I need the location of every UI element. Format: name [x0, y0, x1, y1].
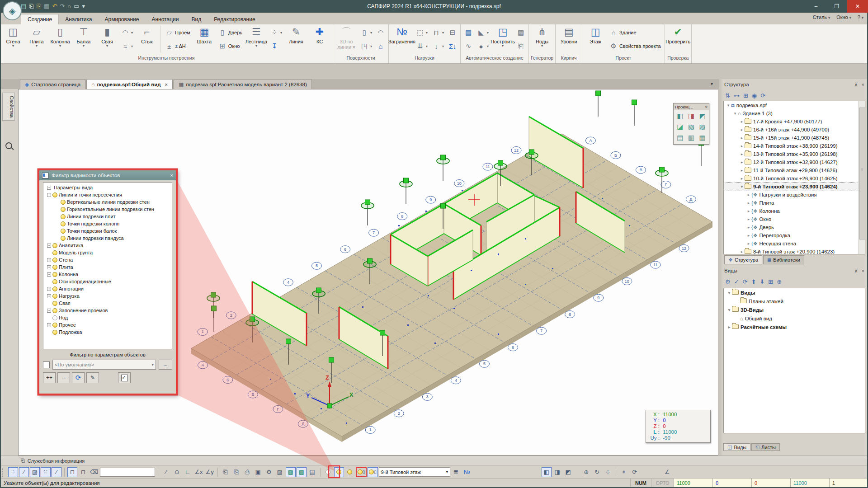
- maximize-button[interactable]: ❐: [826, 0, 847, 13]
- filter-tree-item[interactable]: Точки подрезки балок: [43, 227, 172, 235]
- ribbon-button-shaft[interactable]: ▦Шахта: [193, 25, 216, 54]
- ribbon-tab-Аннотации[interactable]: Аннотации: [145, 14, 185, 24]
- num-lock-indicator[interactable]: NUM: [630, 479, 651, 488]
- new-camera-icon[interactable]: ⊕: [777, 278, 782, 285]
- bulb-icon[interactable]: [52, 258, 57, 263]
- bulb-icon[interactable]: [52, 286, 57, 291]
- bulb-icon[interactable]: [52, 192, 57, 197]
- lock-position[interactable]: ⊓: [67, 467, 77, 477]
- proj-left-icon[interactable]: ◪: [675, 122, 686, 132]
- ribbon-control-Стиль[interactable]: Стиль ▾: [813, 14, 830, 20]
- add-filter-button[interactable]: ++: [43, 372, 56, 383]
- proj-user-icon[interactable]: ▦: [697, 132, 708, 143]
- move-up-icon[interactable]: ⬆: [751, 278, 756, 285]
- bulb-icon[interactable]: [52, 323, 57, 328]
- properties-vertical-tab[interactable]: Свойства: [2, 93, 15, 121]
- ribbon-button-load-vehicle[interactable]: ⊟: [447, 27, 458, 38]
- bulb-on[interactable]: [345, 467, 355, 477]
- filter-tree-item[interactable]: +Заполнение проемов: [43, 307, 172, 314]
- pan-view[interactable]: ⊕: [581, 467, 591, 477]
- link-icon[interactable]: ⊶: [734, 92, 740, 99]
- remove-filter-button[interactable]: --: [57, 372, 70, 383]
- binoculars-icon[interactable]: ◉: [752, 92, 757, 99]
- snap-line[interactable]: ∕: [19, 467, 29, 477]
- views-tree-item[interactable]: ▾3D-Виды: [724, 305, 865, 314]
- floor-layers[interactable]: ≣: [451, 467, 461, 477]
- bulb-icon[interactable]: [61, 221, 66, 226]
- pin-icon[interactable]: ⊼: [854, 82, 858, 88]
- views-tree-item[interactable]: Планы этажей: [724, 297, 865, 305]
- proj-front-icon[interactable]: ◧: [675, 111, 686, 122]
- clip-paste[interactable]: ⎘: [231, 467, 241, 477]
- proj-iso-icon[interactable]: ▨: [697, 122, 708, 132]
- bulb-icon[interactable]: [52, 265, 57, 270]
- ribbon-button-truss[interactable]: ◠▾: [120, 27, 134, 38]
- bulb-icon[interactable]: [61, 214, 66, 219]
- view-settings-icon[interactable]: ⚙: [725, 278, 731, 285]
- proj-right-icon[interactable]: ▧: [686, 122, 697, 132]
- ribbon-button-window[interactable]: ⊞Окно: [217, 40, 244, 52]
- structure-tree-item[interactable]: ▸12-й Типовой этаж +32,900 (14627): [724, 158, 865, 166]
- bulb-icon[interactable]: [52, 243, 57, 248]
- filter-tree-item[interactable]: Модель грунта: [43, 249, 172, 256]
- ribbon-tab-Армирование[interactable]: Армирование: [99, 14, 146, 24]
- floor-combo[interactable]: 9-й Типовой этаж▾: [379, 467, 450, 477]
- ribbon-button-auto-stairs[interactable]: ▤: [515, 27, 526, 38]
- ribbon-button-opening[interactable]: ▱Проем: [164, 27, 192, 38]
- proj-persp-icon[interactable]: ▥: [686, 132, 697, 143]
- bulb-icon[interactable]: [52, 301, 57, 306]
- ribbon-button-column[interactable]: ▯Колонна▾: [48, 25, 72, 54]
- ribbon-button-stairs[interactable]: ☰Лестница▾: [245, 25, 268, 54]
- dialog-title-bar[interactable]: Фильтр видимости объектов ×: [39, 170, 176, 180]
- orbit-view[interactable]: ↻: [592, 467, 602, 477]
- move-down-icon[interactable]: ⬇: [760, 278, 764, 285]
- view-split-top[interactable]: ◩: [563, 467, 573, 477]
- dialog-close-icon[interactable]: ×: [170, 173, 173, 178]
- filter-tree-item[interactable]: Точки подрезки колонн: [43, 220, 172, 227]
- bulb-off[interactable]: [323, 467, 333, 477]
- filter-tree-item[interactable]: +Плита: [43, 263, 172, 271]
- structure-tree-item[interactable]: ▸14-й Типовой этаж +38,900 (26199): [724, 142, 865, 150]
- ribbon-tab-Создание[interactable]: Создание: [21, 14, 59, 24]
- filter-tree-item[interactable]: −Линии и точки пересечения: [43, 191, 172, 198]
- ribbon-button-nodes[interactable]: ⋔Ноды▾: [530, 25, 554, 54]
- bulb-icon[interactable]: [52, 308, 57, 313]
- bulb-icon[interactable]: [52, 315, 57, 320]
- filter-icon[interactable]: ⇅: [725, 92, 730, 99]
- ortho-indicator[interactable]: ОРТО: [651, 479, 674, 488]
- structure-tree-item[interactable]: ▾9-й Типовой этаж +23,900 (14624): [724, 183, 865, 191]
- application-logo-icon[interactable]: ◈: [3, 1, 22, 20]
- ribbon-button-dome[interactable]: ◠: [375, 27, 386, 38]
- eraser[interactable]: ⌫: [89, 467, 99, 477]
- ribbon-control-Окно[interactable]: Окно ▾: [836, 14, 851, 20]
- draw-circle[interactable]: ⊙: [172, 467, 182, 477]
- ribbon-button-load-sum[interactable]: Σ↓: [447, 40, 458, 52]
- edit-filter-button[interactable]: ✎: [86, 372, 99, 383]
- search-icon[interactable]: [5, 142, 12, 149]
- filter-tree-item[interactable]: Линии подрезки плит: [43, 213, 172, 220]
- expand-all-icon[interactable]: ⊞: [743, 92, 748, 99]
- ribbon-button-load-bar[interactable]: Π▾: [431, 27, 445, 38]
- snap-segment[interactable]: ∕: [52, 467, 61, 477]
- ribbon-button-pile[interactable]: ▮Свая▾: [95, 25, 119, 54]
- angle-y[interactable]: ∠y: [205, 467, 215, 477]
- proj-axon-icon[interactable]: ▤: [675, 132, 686, 143]
- filter-tree-item[interactable]: +Прочее: [43, 321, 172, 328]
- ribbon-button-load-distributed[interactable]: ⇊▾: [415, 40, 429, 52]
- filter-browse-button[interactable]: ...: [159, 360, 172, 370]
- ucs-axes[interactable]: ∠: [662, 467, 672, 477]
- structure-tree-item[interactable]: ▸{❖Окно: [724, 215, 865, 223]
- pick-point[interactable]: ⌖: [619, 467, 629, 477]
- visibility-filter-button[interactable]: ▯: [356, 467, 367, 477]
- bulb-icon[interactable]: [61, 236, 66, 241]
- structure-tree-item[interactable]: ▸17-й Кровля +47,900 (50177): [724, 117, 865, 126]
- box-section[interactable]: ▨: [275, 467, 285, 477]
- filter-preset-combo[interactable]: <По умолчанию>▾: [52, 360, 156, 370]
- filter-enable-checkbox[interactable]: [43, 361, 50, 368]
- filter-tree-item[interactable]: Подложка: [43, 328, 172, 336]
- bulb-icon[interactable]: [61, 207, 66, 212]
- structure-scrollbar[interactable]: [859, 101, 865, 254]
- bulb-icon[interactable]: [61, 229, 66, 234]
- ribbon-button-project-properties[interactable]: ⚙Свойства проекта: [608, 40, 662, 52]
- filter-tree-item[interactable]: Линии подрезки пандуса: [43, 235, 172, 242]
